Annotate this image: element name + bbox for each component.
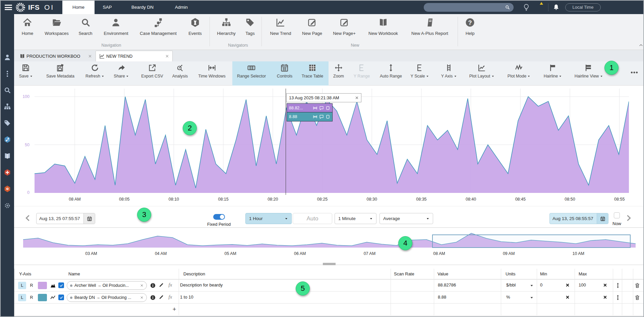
toolbar-export-csv-button[interactable]: Export CSV — [141, 63, 163, 78]
ribbon-new-trend-button[interactable]: New Trend — [270, 17, 291, 36]
info-icon[interactable] — [150, 282, 156, 288]
edit-pencil-icon[interactable] — [159, 295, 164, 300]
ribbon-search-button[interactable]: Search — [78, 17, 92, 36]
units-value[interactable]: % — [506, 295, 510, 300]
search-icon[interactable] — [505, 5, 510, 10]
left-axis-button[interactable]: L — [18, 282, 26, 289]
ribbon-workspaces-button[interactable]: Workspaces — [45, 17, 68, 36]
h-arrow-icon[interactable] — [313, 106, 317, 110]
end-date-picker[interactable] — [549, 213, 608, 224]
calendar-button[interactable] — [597, 213, 608, 224]
ribbon-hierarchy-button[interactable]: Hierarchy — [217, 17, 236, 36]
toolbar-time-windows-button[interactable]: Time Windows — [198, 63, 226, 78]
box-icon[interactable] — [326, 114, 330, 119]
chevron-left-icon[interactable] — [24, 214, 32, 222]
ribbon-help-button[interactable]: ?Help — [465, 17, 475, 36]
topbar-tab-beardy-dn[interactable]: Beardy DN — [126, 1, 159, 14]
toolbar-y-range-button[interactable]: Y Range — [354, 63, 370, 78]
now-checkbox[interactable] — [614, 212, 620, 218]
topbar-tab-sap[interactable]: SAP — [96, 1, 119, 14]
doc-tab-new-trend[interactable]: NEW TREND — [96, 51, 173, 61]
info-icon[interactable] — [150, 295, 156, 301]
sidebar-menu-kebab-icon[interactable] — [4, 70, 11, 77]
ribbon-new-a-plus-report-button[interactable]: New A-Plus Report — [411, 17, 448, 36]
tag-name-pill[interactable]: Archer Well → Oil Producin... — [67, 281, 147, 290]
close-icon[interactable] — [165, 54, 169, 58]
toolbar-plot-layout-button[interactable]: Plot Layout — [469, 63, 494, 78]
bell-icon[interactable] — [552, 4, 560, 11]
close-icon[interactable] — [355, 96, 359, 100]
edit-pencil-icon[interactable] — [159, 282, 164, 288]
sidebar-events-hex-icon[interactable] — [4, 185, 11, 193]
right-axis-button[interactable]: R — [27, 282, 36, 289]
topbar-tab-admin[interactable]: Admin — [168, 1, 195, 14]
local-time-button[interactable]: Local Time — [565, 3, 601, 11]
left-axis-button[interactable]: L — [18, 294, 26, 301]
hamburger-menu-icon[interactable] — [5, 5, 12, 10]
range-selection-window[interactable] — [432, 234, 631, 248]
delete-row-icon[interactable] — [634, 295, 640, 301]
sidebar-search-icon[interactable] — [4, 87, 11, 94]
sidebar-aplus-hex-icon[interactable] — [4, 169, 11, 176]
toolbar-y-axis-button[interactable]: Y Axis — [441, 63, 457, 78]
units-caret-icon[interactable] — [530, 284, 534, 287]
color-swatch[interactable] — [38, 294, 47, 301]
comment-icon[interactable] — [319, 106, 324, 110]
calendar-button[interactable] — [83, 213, 95, 224]
close-icon[interactable] — [88, 54, 92, 58]
sidebar-hierarchy-icon[interactable] — [4, 103, 11, 110]
box-icon[interactable] — [326, 106, 330, 110]
trend-chart[interactable]: 13 Aug 2025 08:21:38 AM 88.82...8.88 100… — [14, 86, 643, 206]
chevron-right-icon[interactable] — [625, 214, 632, 222]
range-overview-chart[interactable]: 03 AM04 AM05 AM06 AM07 AM08 AM09 AM10 AM — [14, 228, 643, 259]
ribbon-new-page--button[interactable]: New Page+ — [333, 17, 356, 36]
clear-max-icon[interactable] — [603, 283, 607, 287]
toolbar-save-metadata-button[interactable]: Save Metadata — [46, 63, 74, 78]
splitter-grip[interactable] — [323, 263, 336, 266]
hairline-value-badge[interactable]: 8.88 — [287, 112, 332, 121]
ribbon-environment-button[interactable]: Environment — [104, 17, 128, 36]
auto-range-row-icon[interactable] — [615, 295, 621, 301]
fixed-period-toggle[interactable] — [213, 214, 225, 220]
end-date-value[interactable] — [550, 213, 597, 224]
line-style-icon[interactable] — [49, 295, 57, 300]
visibility-checkbox[interactable] — [58, 282, 64, 288]
max-input[interactable]: 100 — [579, 282, 586, 287]
function-fx-icon[interactable]: fx — [169, 294, 172, 300]
sidebar-settings-gear-icon[interactable] — [4, 202, 11, 209]
lightbulb-icon[interactable] — [522, 3, 530, 11]
start-date-picker[interactable] — [36, 213, 95, 224]
hairline-value-badge[interactable]: 88.82... — [287, 104, 332, 112]
toolbar-save-button[interactable]: Save — [19, 63, 33, 78]
toolbar-plot-mode-button[interactable]: Plot Mode — [508, 63, 530, 78]
auto-button[interactable]: Auto — [293, 213, 332, 224]
sidebar-tag-icon[interactable] — [4, 119, 11, 127]
toolbar-trace-table-button[interactable]: Trace Table — [302, 63, 324, 78]
toolbar-share-button[interactable]: Share — [114, 63, 129, 78]
units-value[interactable]: $/bbl — [506, 282, 516, 287]
sidebar-workbook-icon[interactable] — [4, 152, 11, 160]
units-caret-icon[interactable] — [530, 296, 534, 300]
visibility-checkbox[interactable] — [58, 295, 64, 300]
auto-range-row-icon[interactable] — [615, 282, 621, 288]
h-arrow-icon[interactable] — [313, 114, 317, 119]
toolbar-hairline-view-button[interactable]: Hairline View — [575, 63, 603, 78]
aggregate-select[interactable]: Average — [379, 213, 433, 224]
doc-tab-production-workboo[interactable]: PRODUCTION WORKBOO — [16, 51, 95, 61]
ribbon-case-management-button[interactable]: Case Management — [140, 17, 177, 36]
toolbar-range-selector-button[interactable]: Range Selector — [237, 63, 266, 78]
toolbar-auto-range-button[interactable]: Auto Range — [380, 63, 402, 78]
remove-tag-icon[interactable] — [140, 284, 143, 287]
start-date-value[interactable] — [37, 213, 83, 224]
hairline[interactable] — [286, 89, 286, 195]
sidebar-user-icon[interactable] — [4, 54, 11, 61]
remove-tag-icon[interactable] — [140, 296, 143, 299]
ribbon-tags-button[interactable]: Tags — [245, 17, 255, 36]
clear-min-icon[interactable] — [566, 283, 570, 287]
collapse-ribbon-icon[interactable] — [639, 43, 643, 48]
global-search-input[interactable] — [428, 4, 498, 11]
color-swatch[interactable] — [38, 282, 47, 289]
ribbon-events-button[interactable]: Events — [188, 17, 202, 36]
add-tag-button[interactable]: + — [172, 306, 176, 313]
interval-select[interactable]: 1 Minute — [335, 213, 376, 224]
